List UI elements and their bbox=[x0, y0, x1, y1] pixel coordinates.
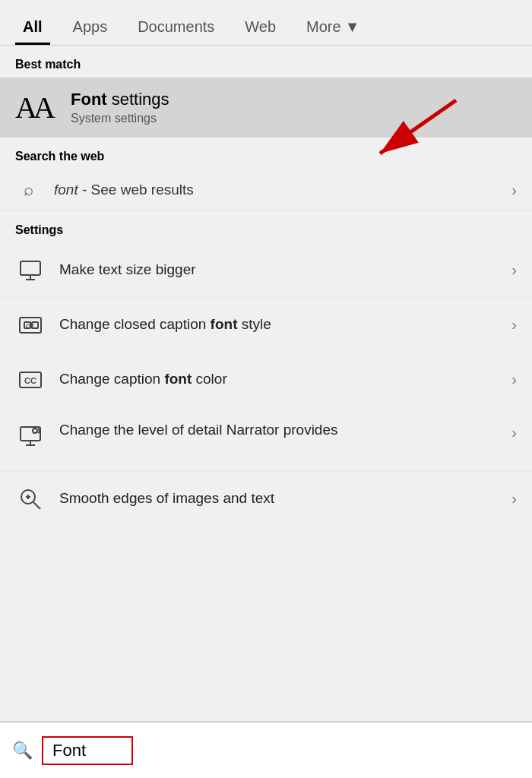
svg-line-1 bbox=[380, 100, 456, 153]
tab-more[interactable]: More ▼ bbox=[291, 11, 375, 45]
tab-web[interactable]: Web bbox=[230, 11, 291, 45]
tab-all[interactable]: All bbox=[8, 11, 58, 45]
closed-caption-color-icon: CC bbox=[15, 368, 46, 392]
chevron-down-icon: ▼ bbox=[345, 18, 360, 36]
svg-point-16 bbox=[33, 429, 37, 433]
search-icon-bottom: 🔍 bbox=[12, 741, 33, 761]
magnify-icon bbox=[15, 487, 46, 511]
settings-item-caption-color[interactable]: CC Change caption font color › bbox=[0, 353, 532, 407]
settings-item-smooth-edges[interactable]: Smooth edges of images and text › bbox=[0, 472, 532, 527]
chevron-right-icon: › bbox=[511, 182, 517, 199]
chevron-right-icon: › bbox=[511, 371, 517, 388]
narrator-icon bbox=[15, 424, 46, 448]
tab-bar: All Apps Documents Web More ▼ bbox=[0, 0, 532, 46]
settings-item-caption-style[interactable]: CC Change closed caption font style › bbox=[0, 298, 532, 353]
svg-text:CC: CC bbox=[26, 323, 35, 330]
chevron-right-icon: › bbox=[511, 490, 517, 508]
svg-line-18 bbox=[33, 502, 40, 509]
tab-apps[interactable]: Apps bbox=[58, 11, 123, 45]
font-settings-icon: AA bbox=[15, 93, 57, 123]
tab-documents[interactable]: Documents bbox=[122, 11, 230, 45]
best-match-item[interactable]: AA Font settings System settings bbox=[0, 77, 532, 138]
settings-item-text-size[interactable]: Make text size bigger › bbox=[0, 243, 532, 298]
settings-smooth-edges-label: Smooth edges of images and text bbox=[59, 489, 511, 508]
settings-header: Settings bbox=[0, 211, 532, 243]
search-input[interactable]: Font bbox=[42, 736, 133, 765]
settings-narrator-label: Change the level of detail Narrator prov… bbox=[59, 421, 511, 440]
monitor-icon bbox=[15, 258, 46, 283]
svg-text:CC: CC bbox=[24, 376, 36, 385]
content-area: All Apps Documents Web More ▼ Best match… bbox=[0, 0, 532, 721]
chevron-right-icon: › bbox=[511, 261, 517, 279]
search-icon: ⌕ bbox=[15, 180, 42, 200]
chevron-right-icon: › bbox=[511, 316, 517, 334]
best-match-header: Best match bbox=[0, 46, 532, 77]
settings-text-size-label: Make text size bigger bbox=[59, 261, 511, 280]
chevron-right-icon: › bbox=[511, 424, 517, 441]
search-bar: 🔍 Font bbox=[0, 721, 532, 778]
closed-caption-icon: CC bbox=[15, 313, 46, 337]
svg-rect-2 bbox=[21, 261, 40, 275]
settings-item-narrator[interactable]: Change the level of detail Narrator prov… bbox=[0, 407, 532, 472]
settings-caption-color-label: Change caption font color bbox=[59, 370, 511, 389]
settings-caption-style-label: Change closed caption font style bbox=[59, 315, 511, 334]
red-arrow-annotation bbox=[350, 85, 471, 187]
